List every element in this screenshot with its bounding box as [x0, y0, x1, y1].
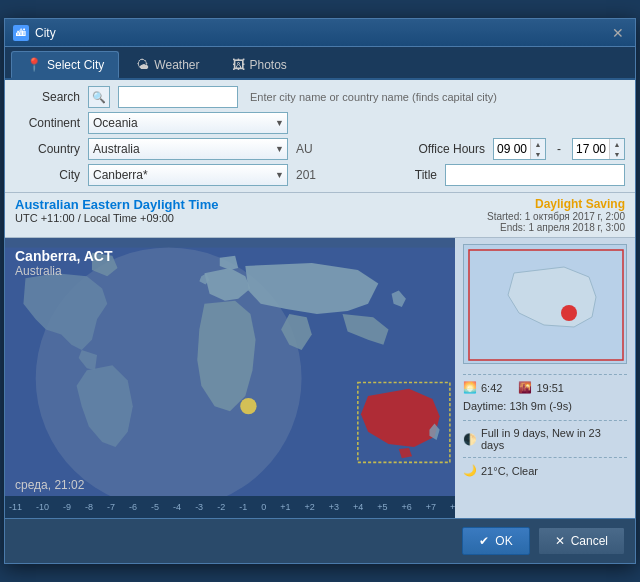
- map-country-name: Australia: [15, 264, 113, 278]
- main-window: 🏙 City ✕ 📍 Select City 🌤 Weather 🖼 Photo…: [4, 18, 636, 564]
- country-label: Country: [15, 142, 80, 156]
- tz-p6: +6: [402, 502, 412, 512]
- moon-icon: 🌓: [463, 433, 477, 446]
- daylight-started: Started: 1 октября 2017 г, 2:00: [487, 211, 625, 222]
- cancel-button[interactable]: ✕ Cancel: [538, 527, 625, 555]
- title-label: Title: [407, 168, 437, 182]
- weather-info: 🌙 21°C, Clear: [463, 464, 627, 477]
- tab-weather[interactable]: 🌤 Weather: [121, 51, 214, 78]
- tz-n7: -7: [107, 502, 115, 512]
- daytime-info: Daytime: 13h 9m (-9s): [463, 400, 627, 412]
- timezone-left: Australian Eastern Daylight Time UTC +11…: [15, 197, 219, 224]
- world-map: Canberra, ACT Australia: [5, 238, 455, 518]
- window-icon: 🏙: [13, 25, 29, 41]
- country-row: Country Australia AU Office Hours ▲ ▼ -: [15, 138, 625, 160]
- mini-map: [463, 244, 627, 364]
- title-group: Title: [407, 164, 625, 186]
- tz-p3: +3: [329, 502, 339, 512]
- continent-select-wrapper: Oceania: [88, 112, 288, 134]
- daylight-title: Daylight Saving: [487, 197, 625, 211]
- office-start-down[interactable]: ▼: [531, 149, 545, 159]
- map-container: Canberra, ACT Australia: [5, 238, 635, 518]
- tz-n1: -1: [239, 502, 247, 512]
- ok-checkmark: ✔: [479, 534, 489, 548]
- office-start-spinner: ▲ ▼: [493, 138, 546, 160]
- tz-n9: -9: [63, 502, 71, 512]
- office-end-spinner-btns: ▲ ▼: [609, 139, 624, 159]
- close-button[interactable]: ✕: [609, 24, 627, 42]
- search-row: Search 🔍 Enter city name or country name…: [15, 86, 625, 108]
- timezone-bar: -11 -10 -9 -8 -7 -6 -5 -4 -3 -2 -1 0 +1 …: [5, 496, 455, 518]
- tz-p8: +8: [450, 502, 455, 512]
- weather-icon: 🌤: [136, 57, 149, 72]
- map-city-label: Canberra, ACT Australia: [15, 248, 113, 278]
- office-end-spinner: ▲ ▼: [572, 138, 625, 160]
- continent-row: Continent Oceania: [15, 112, 625, 134]
- sunset-item: 🌇 19:51: [518, 381, 564, 394]
- tab-photos-label: Photos: [250, 58, 287, 72]
- tz-n2: -2: [217, 502, 225, 512]
- time-separator: -: [554, 142, 564, 156]
- moon-text: Full in 9 days, New in 23 days: [481, 427, 627, 451]
- divider-2: [463, 420, 627, 421]
- search-label: Search: [15, 90, 80, 104]
- search-icon-box: 🔍: [88, 86, 110, 108]
- city-select[interactable]: Canberra*: [88, 164, 288, 186]
- tab-select-city-label: Select City: [47, 58, 104, 72]
- tz-p5: +5: [377, 502, 387, 512]
- tz-n6: -6: [129, 502, 137, 512]
- footer: ✔ OK ✕ Cancel: [5, 518, 635, 563]
- weather-text: 21°C, Clear: [481, 465, 538, 477]
- tz-p2: +2: [304, 502, 314, 512]
- window-title: City: [35, 26, 603, 40]
- office-start-up[interactable]: ▲: [531, 139, 545, 149]
- sunset-icon: 🌇: [518, 381, 532, 394]
- form-section: Search 🔍 Enter city name or country name…: [5, 80, 635, 193]
- city-count: 201: [296, 168, 316, 182]
- country-select-wrapper: Australia: [88, 138, 288, 160]
- continent-label: Continent: [15, 116, 80, 130]
- office-hours-group: Office Hours ▲ ▼ - ▲ ▼: [419, 138, 625, 160]
- cancel-label: Cancel: [571, 534, 608, 548]
- divider-3: [463, 457, 627, 458]
- tz-n8: -8: [85, 502, 93, 512]
- office-hours-label: Office Hours: [419, 142, 485, 156]
- tz-n3: -3: [195, 502, 203, 512]
- title-input[interactable]: [445, 164, 625, 186]
- continent-select[interactable]: Oceania: [88, 112, 288, 134]
- city-select-wrapper: Canberra*: [88, 164, 288, 186]
- info-panel: 🌅 6:42 🌇 19:51 Daytime: 13h 9m (-9s) 🌓 F…: [455, 238, 635, 518]
- country-code: AU: [296, 142, 321, 156]
- tz-p4: +4: [353, 502, 363, 512]
- office-end-input[interactable]: [573, 142, 609, 156]
- sunrise-icon: 🌅: [463, 381, 477, 394]
- timezone-offset: UTC +11:00 / Local Time +09:00: [15, 212, 219, 224]
- office-end-up[interactable]: ▲: [610, 139, 624, 149]
- search-hint: Enter city name or country name (finds c…: [250, 91, 497, 103]
- title-bar: 🏙 City ✕: [5, 19, 635, 47]
- tab-select-city[interactable]: 📍 Select City: [11, 51, 119, 78]
- daylight-ends: Ends: 1 апреля 2018 г, 3:00: [487, 222, 625, 233]
- ok-button[interactable]: ✔ OK: [462, 527, 529, 555]
- tz-n10: -10: [36, 502, 49, 512]
- tz-n5: -5: [151, 502, 159, 512]
- tz-0: 0: [261, 502, 266, 512]
- tab-bar: 📍 Select City 🌤 Weather 🖼 Photos: [5, 47, 635, 80]
- office-start-input[interactable]: [494, 142, 530, 156]
- country-select[interactable]: Australia: [88, 138, 288, 160]
- tz-n4: -4: [173, 502, 181, 512]
- ok-label: OK: [495, 534, 512, 548]
- moon-info: 🌓 Full in 9 days, New in 23 days: [463, 427, 627, 451]
- tab-photos[interactable]: 🖼 Photos: [217, 51, 302, 78]
- search-input[interactable]: [118, 86, 238, 108]
- timezone-info: Australian Eastern Daylight Time UTC +11…: [5, 193, 635, 238]
- sunset-time: 19:51: [536, 382, 564, 394]
- tz-n11: -11: [9, 502, 22, 512]
- tz-p1: +1: [280, 502, 290, 512]
- divider-1: [463, 374, 627, 375]
- map-time: среда, 21:02: [15, 478, 84, 492]
- tz-p7: +7: [426, 502, 436, 512]
- office-end-down[interactable]: ▼: [610, 149, 624, 159]
- tab-weather-label: Weather: [154, 58, 199, 72]
- select-city-icon: 📍: [26, 57, 42, 72]
